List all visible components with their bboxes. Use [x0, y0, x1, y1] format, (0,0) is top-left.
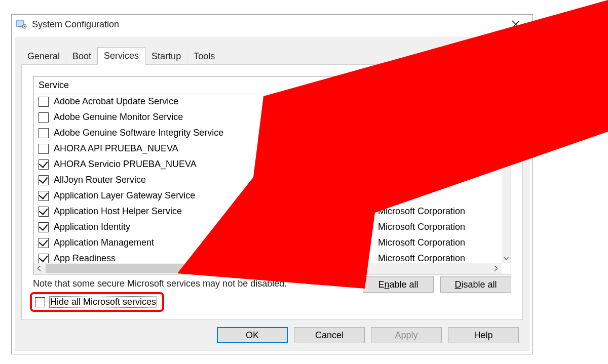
- dialog-title: System Configuration: [32, 19, 119, 30]
- service-manufacturer: Microsoft Corporation: [373, 206, 502, 217]
- tab-general[interactable]: General: [21, 48, 66, 65]
- system-configuration-dialog: System Configuration General Boot Servic…: [11, 14, 533, 354]
- service-name: AHORA API PRUEBA_NUEVA: [54, 143, 178, 154]
- scroll-down-icon[interactable]: [502, 254, 511, 263]
- service-name: Adobe Acrobat Update Service: [54, 96, 178, 107]
- service-checkbox[interactable]: [39, 191, 49, 201]
- tab-services[interactable]: Services: [97, 47, 145, 65]
- close-button[interactable]: [503, 17, 528, 32]
- service-row[interactable]: AllJoyn Router Service: [33, 172, 502, 188]
- service-row[interactable]: AHORA API PRUEBA_NUEVA: [33, 141, 502, 156]
- services-rows: Adobe Acrobat Update Service Adobe Genui…: [33, 94, 502, 263]
- titlebar: System Configuration: [12, 15, 533, 34]
- apply-button: Apply: [371, 327, 442, 343]
- service-checkbox[interactable]: [39, 222, 49, 232]
- tab-boot[interactable]: Boot: [66, 48, 97, 65]
- service-checkbox[interactable]: [39, 207, 49, 217]
- help-button[interactable]: Help: [448, 327, 519, 343]
- service-manufacturer: Microsoft Corporation: [373, 237, 502, 248]
- service-checkbox[interactable]: [39, 112, 49, 123]
- hide-microsoft-services-label[interactable]: Hide all Microsoft services: [49, 296, 157, 308]
- service-checkbox[interactable]: [39, 238, 49, 248]
- service-name: Adobe Genuine Monitor Service: [54, 112, 183, 123]
- service-checkbox[interactable]: [39, 159, 49, 170]
- service-name: AllJoyn Router Service: [54, 175, 146, 185]
- service-row[interactable]: Application Host Helper Service Microsof…: [33, 204, 502, 219]
- dialog-buttons: OK Cancel Apply Help: [217, 327, 519, 343]
- service-row[interactable]: Application Management Microsoft Corpora…: [33, 235, 502, 251]
- service-name: Application Identity: [54, 222, 130, 232]
- service-name: App Readiness: [54, 253, 116, 263]
- service-row[interactable]: Adobe Genuine Software Integrity Service: [33, 125, 502, 141]
- column-headers: Service Manufacturer: [33, 76, 511, 94]
- scroll-up-icon[interactable]: [502, 94, 511, 103]
- service-name: Application Host Helper Service: [54, 206, 182, 217]
- scroll-left-icon[interactable]: [33, 263, 45, 274]
- horizontal-scrollbar[interactable]: [33, 263, 502, 274]
- cancel-button[interactable]: Cancel: [294, 327, 365, 343]
- service-checkbox[interactable]: [39, 97, 49, 107]
- tabstrip: General Boot Services Startup Tools: [21, 47, 221, 65]
- services-listview[interactable]: Service Manufacturer Adobe Acrobat Updat…: [33, 76, 511, 274]
- msconfig-icon: [16, 19, 27, 30]
- svg-point-3: [24, 26, 25, 27]
- services-tabpanel: Service Manufacturer Adobe Acrobat Updat…: [21, 64, 523, 320]
- tab-startup[interactable]: Startup: [145, 48, 187, 65]
- svg-rect-1: [18, 26, 22, 27]
- secure-services-note: Note that some secure Microsoft services…: [33, 278, 287, 289]
- service-row[interactable]: Application Identity Microsoft Corporati…: [33, 219, 502, 235]
- service-row[interactable]: Adobe Acrobat Update Service: [33, 94, 502, 109]
- service-checkbox[interactable]: [39, 128, 49, 138]
- hide-microsoft-services-highlight: Hide all Microsoft services: [30, 292, 164, 312]
- hide-microsoft-services-checkbox[interactable]: [35, 297, 45, 307]
- dialog-client-area: General Boot Services Startup Tools Serv…: [15, 37, 529, 351]
- service-row[interactable]: Adobe Genuine Monitor Service: [33, 109, 502, 125]
- service-row[interactable]: Application Layer Gateway Service: [33, 188, 502, 204]
- service-checkbox[interactable]: [39, 175, 49, 185]
- service-name: Application Layer Gateway Service: [54, 190, 195, 201]
- service-name: Adobe Genuine Software Integrity Service: [54, 128, 223, 138]
- column-manufacturer[interactable]: Manufacturer: [373, 80, 511, 91]
- service-name: AHORA Servicio PRUEBA_NUEVA: [54, 159, 197, 170]
- close-icon: [512, 20, 520, 28]
- scroll-thumb[interactable]: [46, 264, 332, 273]
- service-row[interactable]: App Readiness Microsoft Corporation: [33, 251, 502, 263]
- vertical-scrollbar[interactable]: [502, 94, 511, 263]
- service-manufacturer: Microsoft Corporation: [373, 222, 502, 232]
- enable-all-button[interactable]: Enable all: [363, 276, 434, 293]
- scroll-right-icon[interactable]: [490, 263, 502, 274]
- service-row[interactable]: AHORA Servicio PRUEBA_NUEVA: [33, 156, 502, 172]
- service-checkbox[interactable]: [39, 254, 49, 263]
- ok-button[interactable]: OK: [217, 327, 288, 343]
- service-name: Application Management: [54, 237, 154, 248]
- service-manufacturer: Microsoft Corporation: [373, 253, 502, 263]
- column-service[interactable]: Service: [33, 80, 373, 91]
- tab-tools[interactable]: Tools: [187, 48, 221, 65]
- service-checkbox[interactable]: [39, 144, 49, 154]
- disable-all-button[interactable]: Disable all: [440, 276, 511, 293]
